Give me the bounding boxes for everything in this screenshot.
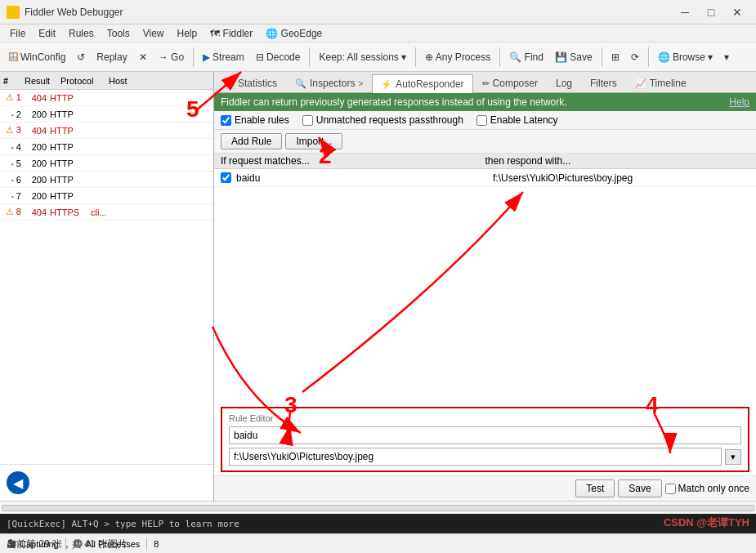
back-area: ◀ [0,464,213,501]
import-button[interactable]: Import... [285,133,342,149]
add-rule-button[interactable]: Add Rule [221,133,282,149]
options-row: Enable rules Unmatched requests passthro… [214,111,756,130]
expand-button[interactable]: ▾ [719,49,734,65]
info-bar-text: Fiddler can return previously generated … [221,96,567,108]
row-num: ▪ 7 [3,191,21,201]
fiddler-icon: ♦ [7,6,20,19]
sessions-panel: # Result Protocol Host ⚠ 1 404 HTTP ▪ 2 … [0,72,214,501]
col-header-result: Result [25,76,57,86]
go-button[interactable]: → Go [154,49,189,65]
autoresponder-panel: 📊 Statistics 🔍 Inspectors > ⚡ AutoRespon… [214,72,756,501]
match-once-label[interactable]: Match only once [665,483,749,494]
maximize-button[interactable]: □ [699,4,723,20]
menu-geoedge[interactable]: 🌐 GeoEdge [259,26,329,41]
table-row[interactable]: ⚠ 3 404 HTTP [0,123,213,139]
unmatched-passthrough-label[interactable]: Unmatched requests passthrough [302,114,463,126]
decode-button[interactable]: ⊟ Decode [251,49,306,65]
rule-editor-title: Rule Editor [229,413,741,423]
row-protocol: HTTP [50,126,91,136]
menu-tools[interactable]: Tools [101,26,136,41]
minimize-button[interactable]: ─ [673,4,697,20]
tab-inspectors[interactable]: 🔍 Inspectors > [286,74,372,92]
row-result: 200 [21,175,50,185]
row-protocol: HTTP [50,109,91,119]
rule-enabled-checkbox[interactable] [221,172,231,183]
enable-latency-checkbox[interactable] [476,115,487,126]
replay-button[interactable]: Replay [92,49,132,65]
dropdown-arrow-button[interactable]: ▾ [725,449,741,465]
rule-respond-input[interactable] [229,448,722,466]
unmatched-passthrough-checkbox[interactable] [302,115,313,126]
tab-log[interactable]: Log [547,74,581,92]
table-row[interactable]: ⚠ 8 404 HTTPS cli... [0,204,213,221]
main-content: # Result Protocol Host ⚠ 1 404 HTTP ▪ 2 … [0,72,756,501]
rules-table[interactable]: baidu f:\Users\YukiO\Pictures\boy.jpeg [214,169,756,404]
save-button[interactable]: 💾 Save [550,49,597,65]
save-rule-button[interactable]: Save [618,479,661,497]
col-header-protocol: Protocol [60,76,105,86]
row-protocol: HTTP [50,93,91,103]
unmatched-passthrough-text: Unmatched requests passthrough [316,114,463,126]
tab-log-label: Log [556,78,572,89]
stream-button[interactable]: ▶ Stream [198,49,249,65]
tabs-row: 📊 Statistics 🔍 Inspectors > ⚡ AutoRespon… [214,72,756,93]
enable-rules-checkbox[interactable] [221,115,231,126]
menu-fiddler[interactable]: 🗺 Fiddler [204,26,259,41]
row-host: cli... [91,207,210,217]
separator-5 [602,47,602,67]
rule-match-value: baidu [236,172,493,184]
any-process-button[interactable]: ⊕ Any Process [420,49,495,65]
tab-autoresponder[interactable]: ⚡ AutoResponder [372,74,472,93]
menu-rules[interactable]: Rules [62,26,101,41]
match-once-checkbox[interactable] [665,484,676,494]
tab-statistics[interactable]: 📊 Statistics [214,74,286,92]
tab-filters[interactable]: Filters [581,74,626,92]
row-num: ⚠ 3 [3,125,21,136]
browse-button[interactable]: 🌐 Browse ▾ [653,49,718,65]
tab-composer[interactable]: ✏ Composer [473,74,547,92]
find-button[interactable]: 🔍 Find [504,49,548,65]
enable-rules-label[interactable]: Enable rules [221,114,289,126]
menu-view[interactable]: View [136,26,171,41]
row-result: 200 [21,191,50,201]
inspect-arrow: > [358,79,363,88]
row-result: 404 [21,126,50,136]
table-row[interactable]: ▪ 7 200 HTTP [0,188,213,204]
window-title: Fiddler Web Debugger [25,7,123,18]
quickexec-bar: [QuickExec] ALT+Q > type HELP to learn m… [0,514,756,533]
list-item[interactable]: baidu f:\Users\YukiO\Pictures\boy.jpeg [214,169,756,187]
col-header-num: # [3,76,21,86]
table-row[interactable]: ▪ 4 200 HTTP [0,139,213,155]
winconfig-button[interactable]: 🪟 WinConfig [3,49,70,65]
help-link[interactable]: Help [729,96,749,108]
enable-latency-label[interactable]: Enable Latency [476,114,558,126]
horizontal-scrollbar[interactable] [2,505,754,511]
tab-timeline[interactable]: 📈 Timeline [626,74,696,92]
rule-match-input[interactable] [229,426,741,444]
test-button[interactable]: Test [575,479,615,497]
row-num: ⚠ 1 [3,92,21,103]
row-result: 200 [21,158,50,168]
refresh-button[interactable]: ↺ [72,49,90,65]
stream-label: Stream [212,51,244,63]
close-button[interactable]: ✕ [725,4,749,20]
table-row[interactable]: ▪ 5 200 HTTP [0,155,213,172]
enable-rules-text: Enable rules [235,114,289,126]
keep-sessions-button[interactable]: Keep: All sessions ▾ [314,49,411,65]
menu-help[interactable]: Help [171,26,204,41]
sessions-header: # Result Protocol Host [0,72,213,90]
icon1-button[interactable]: ⊞ [606,49,624,65]
table-row[interactable]: ▪ 6 200 HTTP [0,172,213,188]
menu-file[interactable]: File [3,26,32,41]
x-button[interactable]: ✕ [134,49,152,65]
sessions-table[interactable]: ⚠ 1 404 HTTP ▪ 2 200 HTTP ⚠ 3 404 HTTP [0,90,213,464]
menu-edit[interactable]: Edit [32,26,62,41]
back-button[interactable]: ◀ [7,471,29,494]
row-result: 200 [21,109,50,119]
scroll-bar[interactable] [0,501,756,514]
tab-filters-label: Filters [590,78,617,89]
icon2-button[interactable]: ⟳ [626,49,644,65]
table-row[interactable]: ▪ 2 200 HTTP [0,106,213,123]
rule-editor-file-row: ▾ [229,448,741,466]
table-row[interactable]: ⚠ 1 404 HTTP [0,90,213,106]
